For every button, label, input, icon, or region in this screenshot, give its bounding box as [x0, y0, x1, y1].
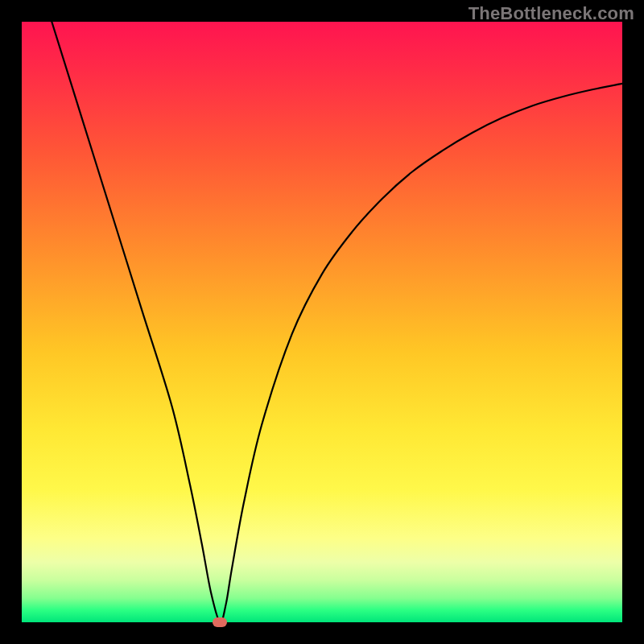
bottleneck-curve — [22, 22, 622, 622]
watermark-text: TheBottleneck.com — [469, 3, 634, 24]
optimal-point-marker — [213, 617, 227, 627]
curve-path — [52, 22, 622, 622]
plot-area — [22, 22, 622, 622]
chart-frame: TheBottleneck.com — [0, 0, 644, 644]
